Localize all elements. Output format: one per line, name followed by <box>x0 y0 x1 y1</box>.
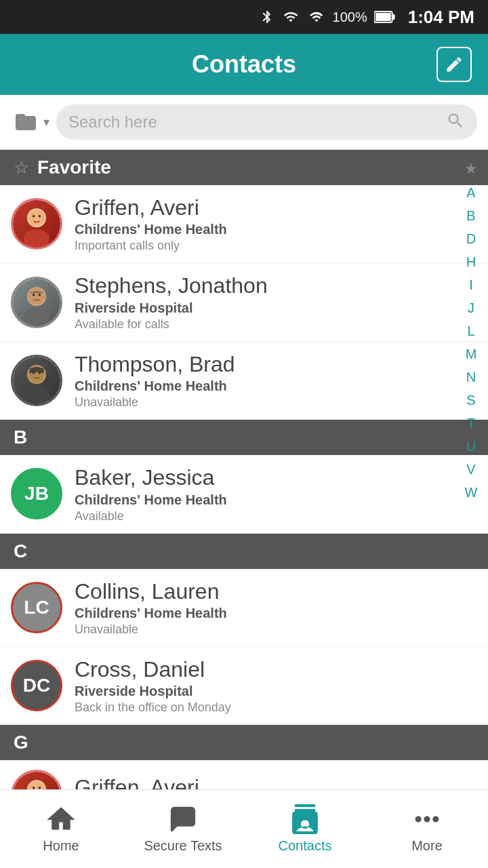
tab-more-label: More <box>411 838 443 854</box>
svg-point-24 <box>424 816 429 821</box>
alpha-V[interactable]: V <box>466 458 475 480</box>
tab-home-label: Home <box>43 838 79 854</box>
tab-home[interactable]: Home <box>0 790 122 868</box>
alpha-W[interactable]: W <box>465 481 478 503</box>
contact-list: ★ A B D H I J L M N S T U V W ☆ Favorite <box>0 150 488 867</box>
alpha-T[interactable]: T <box>467 412 475 434</box>
section-label-c: C <box>14 540 27 562</box>
alpha-D[interactable]: D <box>466 228 476 250</box>
contact-org: Riverside Hospital <box>75 684 447 699</box>
contact-org: Riverside Hospital <box>75 300 447 316</box>
avatar-griffen-averi-fav <box>11 198 62 250</box>
contact-org: Childrens' Home Health <box>75 606 447 621</box>
section-header-b: B <box>0 420 488 455</box>
bluetooth-icon <box>260 7 274 26</box>
contact-name: Thompson, Brad <box>75 351 447 377</box>
contact-info-collins-lauren: Collins, Lauren Childrens' Home Health U… <box>75 578 447 637</box>
contact-item-thompson-brad[interactable]: Thompson, Brad Childrens' Home Health Un… <box>0 342 488 420</box>
status-icons: 100% 1:04 PM <box>260 7 474 28</box>
section-header-favorites: ☆ Favorite <box>0 150 488 185</box>
search-input[interactable] <box>68 113 439 132</box>
contact-status: Available <box>75 509 447 524</box>
alpha-A[interactable]: A <box>466 182 475 203</box>
avatar-stephens-jonathon <box>11 277 62 328</box>
tab-contacts-label: Contacts <box>279 838 332 854</box>
svg-point-10 <box>28 288 45 305</box>
page-title: Contacts <box>52 50 436 79</box>
signal-icon <box>307 9 326 24</box>
alpha-U[interactable]: U <box>466 435 476 457</box>
search-icon <box>446 111 465 133</box>
svg-point-7 <box>39 215 41 218</box>
contact-status: Back in the office on Monday <box>75 701 447 715</box>
contact-org: Childrens' Home Health <box>75 492 447 508</box>
main-content: ▾ ★ A B D H I J L M N S T U V W <box>0 95 488 868</box>
svg-point-9 <box>24 307 50 326</box>
contact-org: Childrens' Home Health <box>75 222 447 237</box>
dropdown-arrow-icon: ▾ <box>43 115 49 130</box>
alpha-M[interactable]: M <box>466 343 477 365</box>
edit-button[interactable] <box>436 47 472 82</box>
avatar-collins-lauren: LC <box>11 582 62 633</box>
tab-secure-texts[interactable]: Secure Texts <box>122 790 244 868</box>
contact-name: Cross, Daniel <box>75 656 447 682</box>
alpha-J[interactable]: J <box>468 297 474 319</box>
contact-name: Stephens, Jonathon <box>75 273 447 298</box>
alpha-L[interactable]: L <box>467 320 474 342</box>
contacts-icon <box>290 804 320 834</box>
search-input-wrapper <box>56 104 477 140</box>
contact-item-griffen-averi-fav[interactable]: Griffen, Averi Childrens' Home Health Im… <box>0 185 488 263</box>
alpha-B[interactable]: B <box>466 205 475 226</box>
svg-point-5 <box>28 210 45 226</box>
tab-secure-texts-label: Secure Texts <box>144 838 222 854</box>
app-header: Contacts <box>0 34 488 95</box>
svg-point-23 <box>416 816 421 821</box>
folder-icon <box>11 110 41 134</box>
section-label-g: G <box>14 732 28 753</box>
svg-point-11 <box>33 293 35 296</box>
wifi-icon <box>281 9 300 24</box>
search-bar-container: ▾ <box>0 95 488 150</box>
clock: 1:04 PM <box>408 7 474 28</box>
svg-point-25 <box>433 816 438 821</box>
tab-more[interactable]: More <box>366 790 488 868</box>
section-label-favorites: Favorite <box>37 157 111 178</box>
contact-item-cross-daniel[interactable]: DC Cross, Daniel Riverside Hospital Back… <box>0 647 488 725</box>
tab-contacts[interactable]: Contacts <box>244 790 366 868</box>
contact-info-cross-daniel: Cross, Daniel Riverside Hospital Back in… <box>75 656 447 715</box>
alpha-N[interactable]: N <box>466 366 476 388</box>
contact-item-stephens-jonathon[interactable]: Stephens, Jonathon Riverside Hospital Av… <box>0 263 488 341</box>
chat-icon <box>168 804 198 834</box>
contact-item-collins-lauren[interactable]: LC Collins, Lauren Childrens' Home Healt… <box>0 569 488 647</box>
contact-status: Unavailable <box>75 623 447 637</box>
avatar-cross-daniel: DC <box>11 660 62 711</box>
alpha-I[interactable]: I <box>469 274 473 296</box>
contact-status: Unavailable <box>75 395 447 410</box>
svg-point-4 <box>24 229 50 248</box>
alpha-H[interactable]: H <box>466 251 476 273</box>
avatar-baker-jessica: JB <box>11 468 62 519</box>
battery-icon <box>374 9 396 24</box>
avatar-thompson-brad <box>11 355 62 406</box>
contact-info-thompson-brad: Thompson, Brad Childrens' Home Health Un… <box>75 351 447 410</box>
contact-org: Childrens' Home Health <box>75 378 447 394</box>
svg-point-12 <box>39 293 41 296</box>
contact-info-griffen-averi-fav: Griffen, Averi Childrens' Home Health Im… <box>75 195 447 253</box>
alpha-S[interactable]: S <box>466 389 475 411</box>
home-icon <box>46 804 76 834</box>
contact-name: Baker, Jessica <box>75 465 447 490</box>
star-icon: ☆ <box>14 157 29 178</box>
svg-rect-2 <box>375 13 391 21</box>
svg-rect-1 <box>392 14 394 20</box>
tab-bar: Home Secure Texts Contacts More <box>0 789 488 868</box>
contact-item-baker-jessica[interactable]: JB Baker, Jessica Childrens' Home Health… <box>0 455 488 533</box>
contact-info-baker-jessica: Baker, Jessica Childrens' Home Health Av… <box>75 465 447 523</box>
folder-filter[interactable]: ▾ <box>11 110 49 134</box>
contact-status: Available for calls <box>75 317 447 332</box>
section-header-c: C <box>0 534 488 569</box>
alpha-star[interactable]: ★ <box>464 157 478 180</box>
alphabet-sidebar[interactable]: ★ A B D H I J L M N S T U V W <box>454 150 488 503</box>
svg-point-6 <box>33 215 35 218</box>
more-icon <box>412 804 442 834</box>
edit-icon <box>445 55 464 74</box>
